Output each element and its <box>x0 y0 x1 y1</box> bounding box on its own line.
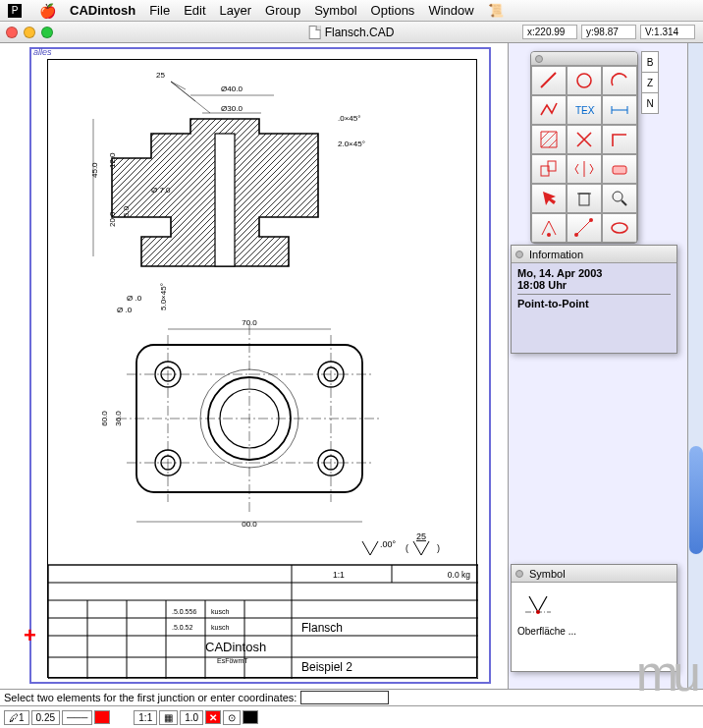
tool-erase[interactable] <box>602 154 637 184</box>
close-button[interactable] <box>6 27 18 38</box>
apple-menu-icon[interactable]: 🍎 <box>39 3 56 19</box>
tool-circle[interactable] <box>567 66 602 95</box>
coordinate-input[interactable] <box>300 691 389 704</box>
layer-icon[interactable]: ▦ <box>159 710 178 725</box>
zoom-button[interactable] <box>41 27 53 38</box>
svg-point-83 <box>574 233 578 237</box>
menu-file[interactable]: File <box>149 3 170 18</box>
information-panel[interactable]: Information Mo, 14. Apr 2003 18:08 Uhr P… <box>511 245 677 354</box>
snap-field[interactable]: 1.0 <box>180 710 203 725</box>
svg-rect-77 <box>579 194 589 205</box>
svg-line-82 <box>576 220 591 235</box>
svg-text:25: 25 <box>416 532 426 541</box>
tool-move[interactable] <box>531 154 567 184</box>
vertical-scrollbar[interactable] <box>687 43 703 692</box>
svg-text:00.0: 00.0 <box>242 520 257 529</box>
color-swatch-red[interactable] <box>94 710 110 724</box>
svg-text:.0×45°: .0×45° <box>338 114 360 123</box>
tool-dimension[interactable] <box>602 95 637 125</box>
tool-measure[interactable] <box>567 213 602 243</box>
tool-select[interactable] <box>531 184 567 213</box>
pen-indicator[interactable]: 🖊1 <box>4 710 29 725</box>
info-time: 18:08 Uhr <box>517 279 671 291</box>
svg-text:Beispiel 2: Beispiel 2 <box>301 660 352 674</box>
menu-symbol[interactable]: Symbol <box>314 3 356 18</box>
svg-text:1:1: 1:1 <box>333 570 345 580</box>
svg-text:25: 25 <box>156 71 165 80</box>
svg-point-69 <box>577 74 591 87</box>
tool-hatch[interactable] <box>531 125 567 154</box>
svg-text:Ø 7.0: Ø 7.0 <box>151 186 171 195</box>
side-b[interactable]: B <box>641 51 659 73</box>
tool-line[interactable] <box>531 66 567 95</box>
scrollbar-thumb[interactable] <box>689 446 703 554</box>
svg-line-68 <box>541 73 556 87</box>
svg-text:.5.0.556: .5.0.556 <box>172 608 196 615</box>
svg-point-84 <box>589 218 593 222</box>
tool-mirror[interactable] <box>567 154 602 184</box>
coord-x: x:220.99 <box>522 25 577 39</box>
svg-text:20.0: 20.0 <box>108 211 117 227</box>
scale-field[interactable]: 1:1 <box>134 710 157 725</box>
info-mode: Point-to-Point <box>517 298 671 349</box>
menu-window[interactable]: Window <box>428 3 473 18</box>
menubar: P 🍎 CADintosh File Edit Layer Group Symb… <box>0 0 703 22</box>
palette-side-strip: B Z N <box>641 51 659 113</box>
document-icon <box>309 26 321 39</box>
svg-text:45.0: 45.0 <box>90 162 99 178</box>
svg-text:2.0×45°: 2.0×45° <box>338 140 365 148</box>
menu-group[interactable]: Group <box>265 3 300 18</box>
menu-script-icon[interactable]: 📜 <box>488 3 504 18</box>
color-swatch-black[interactable] <box>243 710 258 724</box>
tool-text[interactable]: TEXT <box>567 95 602 125</box>
svg-text:5.0: 5.0 <box>122 205 131 217</box>
cancel-icon[interactable]: ✕ <box>205 710 221 724</box>
layer-name-label: alles <box>33 47 52 57</box>
svg-text:(: ( <box>406 543 408 553</box>
target-icon[interactable]: ⊙ <box>223 710 241 725</box>
svg-text:Ø .0: Ø .0 <box>117 306 133 314</box>
tool-corner[interactable] <box>602 125 637 154</box>
tool-zoom[interactable] <box>602 184 637 213</box>
drawing-frame: Ø40.0 Ø30.0 .0×45° 2.0×45° 25 45.0 <box>47 59 477 678</box>
svg-point-85 <box>612 223 627 233</box>
symbol-label: Oberfläche ... <box>517 626 671 637</box>
svg-text:kusch: kusch <box>211 624 229 631</box>
menu-options[interactable]: Options <box>371 3 415 18</box>
svg-text:.5.0.52: .5.0.52 <box>172 624 193 631</box>
linetype-selector[interactable]: ─── <box>62 710 92 725</box>
svg-text:kusch: kusch <box>211 608 229 615</box>
symbol-title: Symbol <box>529 568 566 580</box>
svg-text:EsFöwmT: EsFöwmT <box>217 657 248 664</box>
app-menu[interactable]: CADintosh <box>70 3 135 18</box>
surface-symbol-icon <box>523 592 553 618</box>
svg-rect-0 <box>215 134 235 266</box>
minimize-button[interactable] <box>24 27 35 38</box>
svg-text:.00°: .00° <box>380 539 397 549</box>
svg-rect-76 <box>613 166 626 174</box>
menu-edit[interactable]: Edit <box>184 3 205 18</box>
svg-text:CADintosh: CADintosh <box>205 640 266 654</box>
window-titlebar: Flansch.CAD x:220.99 y:98.87 V:1.314 <box>0 22 703 43</box>
menu-layer[interactable]: Layer <box>220 3 252 18</box>
svg-text:Ø40.0: Ø40.0 <box>221 84 243 93</box>
tool-trim[interactable] <box>567 125 602 154</box>
tool-ellipse[interactable] <box>602 213 637 243</box>
tool-polyline[interactable] <box>531 95 567 125</box>
svg-text:36.0: 36.0 <box>114 411 123 426</box>
svg-point-81 <box>547 233 551 237</box>
svg-text:12.0: 12.0 <box>108 152 117 168</box>
side-z[interactable]: Z <box>641 72 659 93</box>
lineweight-field[interactable]: 0.25 <box>31 710 60 725</box>
tool-palette[interactable]: TEXT <box>530 51 638 244</box>
info-date: Mo, 14. Apr 2003 <box>517 267 671 279</box>
svg-text:): ) <box>437 543 440 553</box>
svg-rect-45 <box>48 565 478 679</box>
drawing-canvas[interactable]: alles <box>0 43 509 692</box>
tool-point[interactable] <box>531 213 567 243</box>
svg-text:Ø30.0: Ø30.0 <box>221 104 243 113</box>
side-n[interactable]: N <box>641 92 659 114</box>
svg-text:5.0×45°: 5.0×45° <box>159 283 168 310</box>
tool-delete[interactable] <box>567 184 602 213</box>
tool-arc[interactable] <box>602 66 637 95</box>
